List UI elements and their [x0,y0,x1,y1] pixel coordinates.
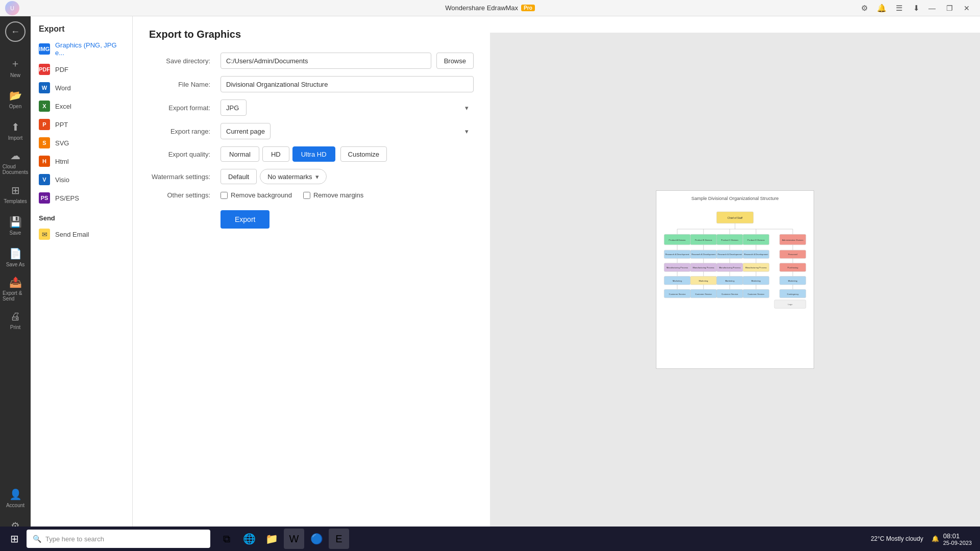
export-format-label: Export format: [149,104,215,112]
svg-text:Chief of Staff: Chief of Staff [727,216,743,219]
watermark-group: Default No watermarks [220,169,327,184]
remove-background-checkbox[interactable] [220,192,228,199]
windows-logo: ⊞ [10,533,19,545]
taskbar-app-edge[interactable]: 🌐 [239,529,259,549]
send-email-item[interactable]: ✉ Send Email [31,225,132,243]
main-content: Export to Graphics Save directory: Brows… [133,16,980,551]
org-chart-svg: Chief of Staff Product A Division [662,205,808,363]
svg-text:Marketing: Marketing [725,280,735,282]
quality-hd-button[interactable]: HD [262,146,289,162]
export-button-row: Export [149,206,474,229]
nav-import-label: Import [8,135,22,141]
sidebar-item-account[interactable]: 👤 Account [3,483,28,513]
back-button[interactable]: ← [5,21,26,42]
export-format-select[interactable]: JPG PNG BMP GIF TIFF [220,99,247,116]
file-name-label: File Name: [149,81,215,88]
pro-badge: Pro [521,5,535,11]
file-type-svg[interactable]: S SVG [31,134,132,152]
nav-sidebar: ← ＋ New 📂 Open ⬆ Import ☁ Cloud Document… [0,16,31,551]
svg-text:Manufacturing Process: Manufacturing Process [667,266,688,269]
other-settings-group: Remove background Remove margins [220,191,363,199]
sidebar-item-open[interactable]: 📂 Open [3,84,28,114]
sidebar-item-export[interactable]: 📤 Export & Send [3,273,28,304]
save-directory-label: Save directory: [149,57,215,65]
file-type-pdf[interactable]: PDF PDF [31,60,132,79]
settings-icon[interactable]: ⚙ [856,1,872,16]
start-button[interactable]: ⊞ [4,529,24,549]
nav-account-label: Account [6,503,24,508]
quality-normal-button[interactable]: Normal [220,146,259,162]
notification-icon[interactable]: 🔔 [874,1,889,16]
svg-text:Customer Service: Customer Service [748,293,765,295]
taskbar-search[interactable]: 🔍 Type here to search [27,530,210,548]
export-title: Export to Graphics [149,29,474,40]
ppt-label: PPT [55,121,68,129]
export-sidebar: Export IMG Graphics (PNG, JPG e... PDF P… [31,16,133,551]
remove-background-label[interactable]: Remove background [220,191,292,199]
taskbar-time: 08:01 [943,532,972,540]
taskbar-app-edraw[interactable]: E [329,529,349,549]
sidebar-item-cloud[interactable]: ☁ Cloud Documents [3,147,28,178]
export-range-select[interactable]: Current page All pages Selection [220,123,271,139]
file-type-ppt[interactable]: P PPT [31,115,132,134]
sidebar-item-import[interactable]: ⬆ Import [3,115,28,146]
svg-text:Manufacturing Process: Manufacturing Process [745,266,767,269]
file-type-html[interactable]: H Html [31,152,132,170]
excel-icon: X [39,101,50,112]
sidebar-item-saveas[interactable]: 📄 Save As [3,242,28,272]
nav-cloud-label: Cloud Documents [3,164,29,175]
word-icon: W [39,82,50,93]
export-range-label: Export range: [149,128,215,135]
sidebar-item-save[interactable]: 💾 Save [3,210,28,241]
file-type-excel[interactable]: X Excel [31,97,132,115]
download-icon[interactable]: ⬇ [909,1,924,16]
save-directory-input[interactable] [220,53,431,69]
save-directory-row: Save directory: Browse [149,53,474,69]
search-placeholder-text: Type here to search [45,535,104,543]
svg-text:Manufacturing Process: Manufacturing Process [719,266,741,269]
taskbar-app-taskview[interactable]: ⧉ [216,529,237,549]
file-type-visio[interactable]: V Visio [31,170,132,189]
open-icon: 📂 [9,89,22,102]
svg-text:Purchasing: Purchasing [788,266,798,269]
browse-button[interactable]: Browse [436,53,474,69]
svg-text:Product A Division: Product A Division [669,239,686,241]
cloud-icon: ☁ [10,149,20,162]
file-type-png[interactable]: IMG Graphics (PNG, JPG e... [31,38,132,60]
menu-icon[interactable]: ☰ [891,1,906,16]
sidebar-item-new[interactable]: ＋ New [3,52,28,83]
new-icon: ＋ [10,57,20,70]
svg-text:Contingency: Contingency [787,293,799,295]
watermark-default-button[interactable]: Default [220,169,257,184]
quality-ultrahd-button[interactable]: Ultra HD [292,146,335,162]
minimize-button[interactable]: — [924,0,940,16]
pdf-icon: PDF [39,64,50,75]
app-title: Wondershare EdrawMax Pro [445,4,535,12]
close-button[interactable]: ✕ [959,0,975,16]
svg-text:Administration Division: Administration Division [782,239,803,241]
watermark-select-button[interactable]: No watermarks [260,169,326,184]
taskbar-app-chrome[interactable]: 🔵 [306,529,327,549]
taskbar-app-word[interactable]: W [284,529,304,549]
taskbar-app-explorer[interactable]: 📁 [261,529,282,549]
png-icon: IMG [39,43,50,55]
nav-new-label: New [10,72,20,78]
restore-button[interactable]: ❐ [941,0,958,16]
customize-button[interactable]: Customize [340,146,387,162]
taskbar-right: 22°C Mostly cloudy 🔔 08:01 25-09-2023 [871,532,976,546]
export-quality-row: Export quality: Normal HD Ultra HD Custo… [149,146,474,162]
svg-text:Customer Service: Customer Service [695,293,712,295]
import-icon: ⬆ [11,121,20,133]
file-type-word[interactable]: W Word [31,79,132,97]
sidebar-item-templates[interactable]: ⊞ Templates [3,179,28,209]
titlebar: U Wondershare EdrawMax Pro ⚙ 🔔 ☰ ⬇ — ❐ ✕ [0,0,980,16]
html-icon: H [39,156,50,167]
remove-margins-checkbox[interactable] [303,192,310,199]
nav-templates-label: Templates [4,198,27,204]
remove-margins-label[interactable]: Remove margins [303,191,363,199]
export-button[interactable]: Export [220,210,270,229]
file-name-input[interactable] [220,76,474,92]
file-type-pseps[interactable]: PS PS/EPS [31,189,132,207]
sidebar-item-print[interactable]: 🖨 Print [3,305,28,336]
send-section-label: Send [31,207,132,225]
